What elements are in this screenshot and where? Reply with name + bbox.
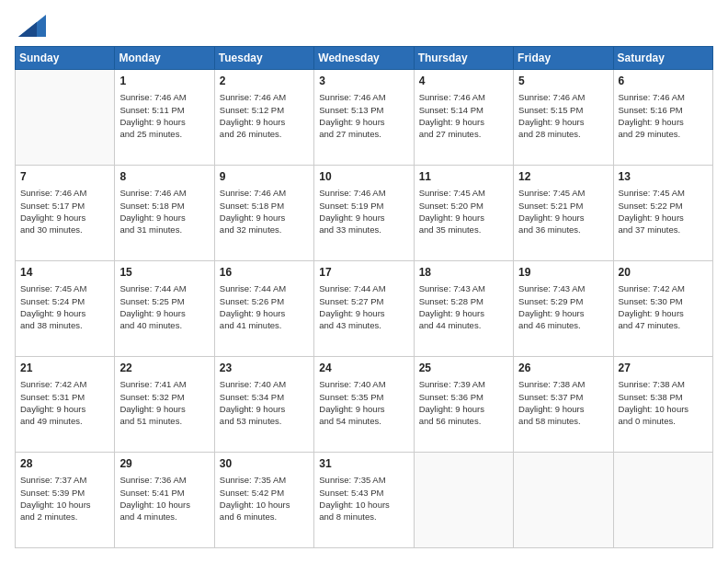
cell-text: Sunrise: 7:46 AM Sunset: 5:13 PM Dayligh… [319,91,408,140]
cell-text: Sunrise: 7:38 AM Sunset: 5:37 PM Dayligh… [518,378,608,427]
calendar-cell: 15Sunrise: 7:44 AM Sunset: 5:25 PM Dayli… [115,261,214,357]
cell-text: Sunrise: 7:44 AM Sunset: 5:25 PM Dayligh… [119,282,209,331]
cell-text: Sunrise: 7:40 AM Sunset: 5:34 PM Dayligh… [220,378,309,427]
calendar-cell [16,70,115,166]
day-number: 2 [220,74,309,89]
cell-text: Sunrise: 7:46 AM Sunset: 5:16 PM Dayligh… [619,91,708,140]
svg-marker-1 [18,22,37,37]
cell-text: Sunrise: 7:35 AM Sunset: 5:43 PM Dayligh… [319,474,408,523]
cell-text: Sunrise: 7:46 AM Sunset: 5:15 PM Dayligh… [518,91,608,140]
day-number: 14 [20,265,109,281]
week-row-4: 28Sunrise: 7:37 AM Sunset: 5:39 PM Dayli… [16,453,713,548]
day-number: 12 [518,169,608,185]
weekday-header-saturday: Saturday [613,47,712,70]
calendar-cell [514,453,613,548]
cell-text: Sunrise: 7:46 AM Sunset: 5:19 PM Dayligh… [319,187,408,236]
page: SundayMondayTuesdayWednesdayThursdayFrid… [0,0,728,563]
cell-text: Sunrise: 7:39 AM Sunset: 5:36 PM Dayligh… [419,378,508,427]
cell-text: Sunrise: 7:37 AM Sunset: 5:39 PM Dayligh… [20,474,109,523]
calendar-cell: 10Sunrise: 7:46 AM Sunset: 5:19 PM Dayli… [314,166,414,261]
day-number: 17 [319,265,408,281]
cell-text: Sunrise: 7:38 AM Sunset: 5:38 PM Dayligh… [619,378,708,427]
weekday-header-sunday: Sunday [16,47,115,70]
cell-text: Sunrise: 7:46 AM Sunset: 5:12 PM Dayligh… [220,91,309,140]
calendar-cell: 3Sunrise: 7:46 AM Sunset: 5:13 PM Daylig… [314,70,414,166]
calendar-cell: 16Sunrise: 7:44 AM Sunset: 5:26 PM Dayli… [214,261,313,357]
day-number: 27 [619,361,708,376]
header [15,15,713,37]
calendar-cell: 18Sunrise: 7:43 AM Sunset: 5:28 PM Dayli… [414,261,513,357]
cell-text: Sunrise: 7:36 AM Sunset: 5:41 PM Dayligh… [119,474,209,523]
weekday-header-row: SundayMondayTuesdayWednesdayThursdayFrid… [16,47,713,70]
cell-text: Sunrise: 7:46 AM Sunset: 5:17 PM Dayligh… [20,187,109,236]
day-number: 28 [20,456,109,472]
day-number: 29 [119,456,209,472]
calendar-cell: 27Sunrise: 7:38 AM Sunset: 5:38 PM Dayli… [613,357,712,453]
day-number: 30 [220,456,309,472]
cell-text: Sunrise: 7:44 AM Sunset: 5:26 PM Dayligh… [220,282,309,331]
cell-text: Sunrise: 7:41 AM Sunset: 5:32 PM Dayligh… [119,378,209,427]
day-number: 11 [419,169,508,185]
weekday-header-wednesday: Wednesday [314,47,414,70]
cell-text: Sunrise: 7:45 AM Sunset: 5:22 PM Dayligh… [619,187,708,236]
cell-text: Sunrise: 7:45 AM Sunset: 5:20 PM Dayligh… [419,187,508,236]
day-number: 13 [619,169,708,185]
calendar-table: SundayMondayTuesdayWednesdayThursdayFrid… [15,46,713,548]
cell-text: Sunrise: 7:43 AM Sunset: 5:28 PM Dayligh… [419,282,508,331]
day-number: 18 [419,265,508,281]
day-number: 5 [518,74,608,89]
cell-text: Sunrise: 7:43 AM Sunset: 5:29 PM Dayligh… [518,282,608,331]
calendar-cell: 17Sunrise: 7:44 AM Sunset: 5:27 PM Dayli… [314,261,414,357]
weekday-header-tuesday: Tuesday [214,47,313,70]
cell-text: Sunrise: 7:42 AM Sunset: 5:31 PM Dayligh… [20,378,109,427]
day-number: 8 [119,169,209,185]
cell-text: Sunrise: 7:42 AM Sunset: 5:30 PM Dayligh… [619,282,708,331]
calendar-cell: 19Sunrise: 7:43 AM Sunset: 5:29 PM Dayli… [514,261,613,357]
day-number: 25 [419,361,508,376]
calendar-cell: 22Sunrise: 7:41 AM Sunset: 5:32 PM Dayli… [115,357,214,453]
calendar-cell: 31Sunrise: 7:35 AM Sunset: 5:43 PM Dayli… [314,453,414,548]
calendar-cell: 24Sunrise: 7:40 AM Sunset: 5:35 PM Dayli… [314,357,414,453]
calendar-cell: 9Sunrise: 7:46 AM Sunset: 5:18 PM Daylig… [214,166,313,261]
calendar-cell: 26Sunrise: 7:38 AM Sunset: 5:37 PM Dayli… [514,357,613,453]
day-number: 22 [119,361,209,376]
calendar-cell: 8Sunrise: 7:46 AM Sunset: 5:18 PM Daylig… [115,166,214,261]
day-number: 31 [319,456,408,472]
day-number: 10 [319,169,408,185]
calendar-cell: 6Sunrise: 7:46 AM Sunset: 5:16 PM Daylig… [613,70,712,166]
cell-text: Sunrise: 7:46 AM Sunset: 5:18 PM Dayligh… [119,187,209,236]
day-number: 21 [20,361,109,376]
week-row-3: 21Sunrise: 7:42 AM Sunset: 5:31 PM Dayli… [16,357,713,453]
cell-text: Sunrise: 7:44 AM Sunset: 5:27 PM Dayligh… [319,282,408,331]
day-number: 20 [619,265,708,281]
cell-text: Sunrise: 7:46 AM Sunset: 5:11 PM Dayligh… [119,91,209,140]
weekday-header-friday: Friday [514,47,613,70]
calendar-cell: 28Sunrise: 7:37 AM Sunset: 5:39 PM Dayli… [16,453,115,548]
calendar-cell: 23Sunrise: 7:40 AM Sunset: 5:34 PM Dayli… [214,357,313,453]
day-number: 23 [220,361,309,376]
calendar-cell: 4Sunrise: 7:46 AM Sunset: 5:14 PM Daylig… [414,70,513,166]
day-number: 15 [119,265,209,281]
cell-text: Sunrise: 7:35 AM Sunset: 5:42 PM Dayligh… [220,474,309,523]
day-number: 26 [518,361,608,376]
logo [15,15,46,37]
calendar-cell: 30Sunrise: 7:35 AM Sunset: 5:42 PM Dayli… [214,453,313,548]
weekday-header-monday: Monday [115,47,214,70]
weekday-header-thursday: Thursday [414,47,513,70]
day-number: 6 [619,74,708,89]
cell-text: Sunrise: 7:46 AM Sunset: 5:14 PM Dayligh… [419,91,508,140]
week-row-2: 14Sunrise: 7:45 AM Sunset: 5:24 PM Dayli… [16,261,713,357]
logo-icon [18,15,46,37]
day-number: 4 [419,74,508,89]
calendar-cell: 25Sunrise: 7:39 AM Sunset: 5:36 PM Dayli… [414,357,513,453]
calendar-cell: 13Sunrise: 7:45 AM Sunset: 5:22 PM Dayli… [613,166,712,261]
calendar-cell: 1Sunrise: 7:46 AM Sunset: 5:11 PM Daylig… [115,70,214,166]
calendar-cell: 11Sunrise: 7:45 AM Sunset: 5:20 PM Dayli… [414,166,513,261]
calendar-cell [414,453,513,548]
day-number: 19 [518,265,608,281]
calendar-cell: 14Sunrise: 7:45 AM Sunset: 5:24 PM Dayli… [16,261,115,357]
day-number: 9 [220,169,309,185]
day-number: 24 [319,361,408,376]
cell-text: Sunrise: 7:45 AM Sunset: 5:21 PM Dayligh… [518,187,608,236]
day-number: 16 [220,265,309,281]
